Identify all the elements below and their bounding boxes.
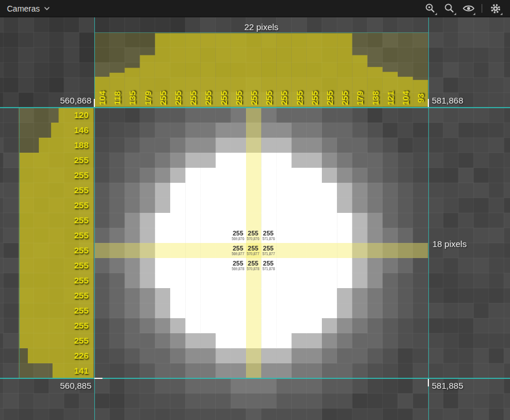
toolbar: Cameras [0, 0, 510, 17]
camera-pixel-inspector-window: Cameras [0, 0, 510, 420]
settings-button[interactable] [489, 2, 502, 16]
eye-icon [463, 4, 475, 13]
pixel-value: 255 [248, 260, 258, 267]
pixel-coord: 569,876 [232, 237, 244, 241]
column-profile-value: 179 [352, 34, 367, 106]
corner-coord-top-right: 581,868 [432, 95, 463, 105]
toolbar-tools [423, 2, 510, 16]
pixel-value: 255 [248, 245, 258, 252]
column-profile-value: 138 [368, 34, 383, 106]
row-profile-value: 255 [21, 333, 91, 348]
column-profile-value: 179 [140, 34, 155, 106]
corner-tick-bottom-left [94, 378, 102, 379]
column-profile-value: 255 [155, 34, 170, 106]
pixel-value: 255 [248, 230, 258, 237]
column-profile-value: 121 [383, 34, 398, 106]
column-profile-value: 255 [246, 34, 261, 106]
column-profile-value: 255 [276, 34, 291, 106]
column-profile-value: 255 [216, 34, 231, 106]
pixel-value: 255 [263, 245, 273, 252]
pixel-readout-cell: 255570,876 [245, 228, 260, 243]
selection-width-label: 22 pixels [94, 22, 428, 32]
row-profile-value: 255 [21, 213, 91, 228]
pixel-coord: 570,877 [247, 252, 260, 256]
corner-coord-top-left: 560,868 [0, 95, 91, 105]
pixel-coord: 569,877 [232, 252, 244, 256]
pixel-coord: 570,876 [247, 237, 260, 241]
row-profile-value: 255 [21, 183, 91, 198]
column-profile-value: 104 [398, 34, 413, 106]
pixel-coord: 571,878 [262, 267, 275, 271]
corner-tick-bottom-right [428, 379, 429, 386]
column-profile-value: 255 [322, 34, 337, 106]
column-profile-value: 255 [337, 34, 352, 106]
corner-coord-bottom-right: 581,885 [432, 381, 463, 390]
row-profile-value: 188 [21, 138, 91, 153]
row-profile-value: 255 [21, 258, 91, 273]
column-profile-value: 93 [413, 34, 428, 106]
gear-icon [490, 3, 501, 14]
row-profile-value: 255 [21, 273, 91, 288]
pixel-value: 255 [233, 260, 243, 267]
pixel-coord: 571,876 [262, 237, 275, 241]
selection-height-label: 18 pixels [432, 239, 467, 249]
pixel-value: 255 [233, 230, 243, 237]
zoom-button[interactable] [442, 2, 456, 16]
pixel-readout-cell: 255569,877 [230, 243, 245, 258]
column-profile-value: 255 [170, 34, 185, 106]
column-profile-value: 255 [261, 34, 276, 106]
pixel-readout-cell: 255571,877 [260, 243, 276, 258]
pixel-readout-cell: 255570,877 [245, 243, 260, 258]
pixel-readout-cell: 255571,878 [260, 258, 276, 273]
center-pixel-readout: 255569,876255570,876255571,876255569,877… [230, 228, 276, 273]
row-profile-value: 255 [21, 168, 91, 183]
corner-coord-bottom-left: 560,885 [0, 381, 91, 390]
cameras-menu-label: Cameras [7, 4, 40, 13]
display-options-button[interactable] [461, 2, 475, 16]
pixel-readout-cell: 255570,878 [245, 258, 260, 273]
pixel-readout-cell: 255571,876 [260, 228, 276, 243]
column-profile-value: 255 [307, 34, 322, 106]
column-profile-value: 255 [231, 34, 246, 106]
pixel-value: 255 [233, 245, 243, 252]
row-profile-value: 255 [21, 228, 91, 243]
column-profile-value: 255 [200, 34, 215, 106]
zoom-point-icon [425, 3, 436, 14]
chevron-down-icon [44, 6, 50, 10]
column-profile-value: 255 [292, 34, 307, 106]
dropdown-corner-indicator [500, 13, 502, 15]
column-profile-value: 104 [94, 34, 109, 106]
pixel-readout-cell: 255569,878 [230, 258, 245, 273]
zoom-point-button[interactable] [423, 2, 437, 16]
row-profile-value: 255 [21, 288, 91, 303]
cameras-menu-button[interactable]: Cameras [0, 0, 57, 17]
row-profile-value: 141 [21, 363, 91, 378]
pixel-coord: 569,878 [232, 267, 244, 271]
zoom-icon [444, 3, 455, 14]
row-bars-edge-line [19, 108, 20, 378]
dropdown-corner-indicator [454, 13, 456, 15]
row-profile-value: 226 [21, 348, 91, 363]
row-profile-value: 255 [21, 243, 91, 258]
column-profile-value: 135 [124, 34, 140, 106]
pixel-readout-cell: 255569,876 [230, 228, 245, 243]
row-profile-value: 255 [21, 153, 91, 168]
row-profile-value: 146 [21, 123, 91, 138]
dropdown-corner-indicator [473, 13, 475, 15]
column-profile-value: 255 [185, 34, 200, 106]
toolbar-divider [482, 4, 482, 13]
pixel-coord: 571,877 [262, 252, 275, 256]
dropdown-corner-indicator [435, 13, 437, 15]
row-profile-value: 255 [21, 198, 91, 213]
pixel-value: 255 [263, 230, 273, 237]
pixel-value: 255 [263, 260, 273, 267]
pixel-coord: 570,878 [247, 267, 260, 271]
row-profile-value: 255 [21, 318, 91, 333]
row-profile-value: 120 [21, 108, 91, 123]
column-profile-value: 118 [109, 34, 124, 106]
column-bars-edge-line [94, 32, 428, 33]
selection-line-right [428, 17, 430, 420]
row-profile-value: 255 [21, 303, 91, 318]
